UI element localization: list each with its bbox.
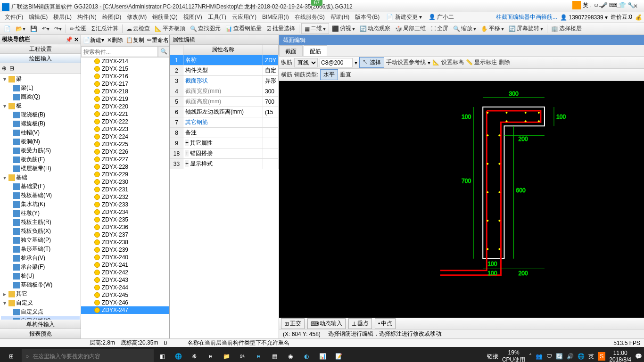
- tree-node[interactable]: ▾自定义: [1, 298, 80, 307]
- manual-ref-button[interactable]: 手动设置参考线: [386, 58, 426, 66]
- menu-item[interactable]: 构件(N): [74, 13, 99, 21]
- component-item[interactable]: ZDYX-233: [81, 201, 169, 208]
- delete-button[interactable]: 删除: [499, 58, 510, 66]
- taskbar-store-icon[interactable]: 🛍: [235, 349, 250, 362]
- tray-notification-icon[interactable]: 💬: [635, 353, 642, 360]
- view-rebar-button[interactable]: 📊 查看钢筋量: [223, 24, 264, 33]
- tree-node[interactable]: 条形基础(T): [1, 245, 80, 254]
- taskbar-app1-icon[interactable]: 🌐: [171, 349, 186, 362]
- tree-node[interactable]: 螺旋板(B): [1, 119, 80, 128]
- taskbar-app5-icon[interactable]: ◐: [299, 349, 314, 362]
- section-canvas[interactable]: 300 100 200 700 600 100 200 100 100: [279, 81, 644, 318]
- property-row[interactable]: 1名称ZDY: [170, 55, 279, 66]
- report-preview-button[interactable]: 报表预览: [0, 329, 81, 338]
- new-comp-button[interactable]: 📄新建▾: [82, 36, 105, 44]
- tree-node[interactable]: 自定义点: [1, 307, 80, 316]
- component-item[interactable]: ZDYX-239: [81, 246, 169, 254]
- taskbar-app4-icon[interactable]: ◉: [283, 349, 298, 362]
- dyn-input-button[interactable]: ⌨ 动态输入: [307, 318, 346, 329]
- del-comp-button[interactable]: ✕删除: [106, 36, 124, 44]
- tree-tool1-icon[interactable]: ⊕: [2, 65, 7, 72]
- tray-sogou-icon[interactable]: S: [598, 352, 605, 361]
- tree-node[interactable]: 现浇板(B): [1, 110, 80, 119]
- tray-people-icon[interactable]: 👥: [536, 353, 543, 360]
- tree-node[interactable]: 板受力筋(S): [1, 146, 80, 155]
- section-tab[interactable]: 截面: [279, 45, 303, 56]
- single-input-button[interactable]: 单构件输入: [0, 320, 81, 329]
- component-tree[interactable]: ▾梁梁(L)圈梁(Q)▾板现浇板(B)螺旋板(B)柱帽(V)板洞(N)板受力筋(…: [0, 74, 81, 320]
- task-view-icon[interactable]: ◧: [155, 349, 170, 362]
- component-item[interactable]: ZDYX-241: [81, 261, 169, 269]
- component-item[interactable]: ZDYX-216: [81, 73, 169, 80]
- component-item[interactable]: ZDYX-234: [81, 208, 169, 216]
- menu-item[interactable]: BIM应用(I): [259, 13, 292, 21]
- tree-node[interactable]: 圈梁(Q): [1, 92, 80, 101]
- component-item[interactable]: ZDYX-240: [81, 254, 169, 261]
- menu-item[interactable]: 帮助(H): [328, 13, 353, 21]
- tree-node[interactable]: ▾基础: [1, 173, 80, 182]
- property-row[interactable]: 8备注: [170, 128, 279, 138]
- menu-item[interactable]: 在线服务(S): [292, 13, 328, 21]
- tree-node[interactable]: ▸其它: [1, 289, 80, 298]
- property-row[interactable]: 5截面高度(mm)700: [170, 97, 279, 107]
- flat-top-button[interactable]: 📐 平齐板顶: [153, 24, 187, 33]
- search-input[interactable]: [81, 46, 158, 57]
- component-list[interactable]: ZDYX-214ZDYX-215ZDYX-216ZDYX-217ZDYX-218…: [81, 58, 169, 338]
- tree-node[interactable]: 板洞(N): [1, 137, 80, 146]
- cloud-check-button[interactable]: ☁ 云检查: [124, 24, 152, 33]
- pan-button[interactable]: ✋ 平移 ▾: [479, 24, 506, 33]
- batch-button[interactable]: ☑ 批量选择: [264, 24, 297, 33]
- redo-icon[interactable]: ↷▾: [52, 25, 64, 33]
- component-item[interactable]: ZDYX-222: [81, 118, 169, 125]
- property-row[interactable]: 18+ 锚固搭接: [170, 148, 279, 159]
- component-item[interactable]: ZDYX-244: [81, 284, 169, 291]
- component-item[interactable]: ZDYX-219: [81, 95, 169, 103]
- tree-node[interactable]: 桩(U): [1, 272, 80, 280]
- menu-item[interactable]: 版本号(B): [352, 13, 382, 21]
- sum-button[interactable]: Σ 汇总计算: [90, 24, 120, 33]
- zoom-button[interactable]: 🔍 缩放 ▾: [451, 24, 478, 33]
- spec-input[interactable]: [320, 58, 353, 67]
- menu-item[interactable]: 楼层(L): [50, 13, 74, 21]
- menu-item[interactable]: 绘图(D): [99, 13, 124, 21]
- set-elev-button[interactable]: 📐 设置标高: [432, 58, 463, 66]
- tree-node[interactable]: ▾梁: [1, 74, 80, 83]
- perp-button[interactable]: ⊥ 垂点: [348, 318, 372, 329]
- tree-node[interactable]: 板负筋(F): [1, 155, 80, 164]
- dim-select[interactable]: ▦ 二维 ▾: [301, 23, 329, 34]
- select-button[interactable]: ↖ 选择: [359, 57, 384, 68]
- spec-dropdown-icon[interactable]: ▾: [355, 59, 357, 66]
- menu-item[interactable]: 编辑(E): [26, 13, 50, 21]
- pin-icon[interactable]: 📌 ✕: [66, 36, 79, 43]
- taskbar-app2-icon[interactable]: ❋: [187, 349, 202, 362]
- project-settings-button[interactable]: 工程设置: [0, 44, 81, 54]
- bird-view-button[interactable]: ⬛ 俯视 ▾: [330, 24, 357, 33]
- property-row[interactable]: 6轴线距左边线距离(mm)(15: [170, 107, 279, 117]
- component-item[interactable]: ZDYX-230: [81, 178, 169, 186]
- property-row[interactable]: 4截面宽度(mm)300: [170, 86, 279, 97]
- new-file-icon[interactable]: 📄: [2, 25, 13, 33]
- tree-node[interactable]: 基础板带(W): [1, 280, 80, 289]
- tree-node[interactable]: 桩承台(V): [1, 254, 80, 263]
- dynamic-view-button[interactable]: 🔄 动态观察: [358, 24, 392, 33]
- rename-comp-button[interactable]: ✏重命名: [146, 36, 169, 44]
- tray-ime-icon[interactable]: 英: [588, 353, 594, 361]
- component-item[interactable]: ZDYX-224: [81, 133, 169, 140]
- vertical-button[interactable]: 垂直: [340, 71, 351, 79]
- component-item[interactable]: ZDYX-238: [81, 239, 169, 246]
- help-link[interactable]: 柱截面编辑器中画箍筋...: [496, 13, 557, 21]
- component-item[interactable]: ZDYX-246: [81, 299, 169, 306]
- tray-volume-icon[interactable]: 🔊: [567, 353, 574, 360]
- draw-button[interactable]: ✏ 绘图: [68, 24, 89, 33]
- tree-node[interactable]: 筏板基础(M): [1, 191, 80, 200]
- taskbar-edge-icon[interactable]: e: [203, 349, 218, 362]
- find-button[interactable]: 🔍 查找图元: [188, 24, 223, 33]
- tree-node[interactable]: 楼层板带(H): [1, 164, 80, 173]
- component-item[interactable]: ZDYX-247: [81, 306, 169, 314]
- rotate-button[interactable]: 🔄 屏幕旋转 ▾: [507, 24, 545, 33]
- open-icon[interactable]: 📂▾: [14, 25, 27, 33]
- menu-item[interactable]: 视图(V): [181, 13, 205, 21]
- component-item[interactable]: ZDYX-231: [81, 186, 169, 193]
- menu-item[interactable]: 钢筋量(Q): [149, 13, 180, 21]
- mid-button[interactable]: • 中点: [375, 318, 396, 329]
